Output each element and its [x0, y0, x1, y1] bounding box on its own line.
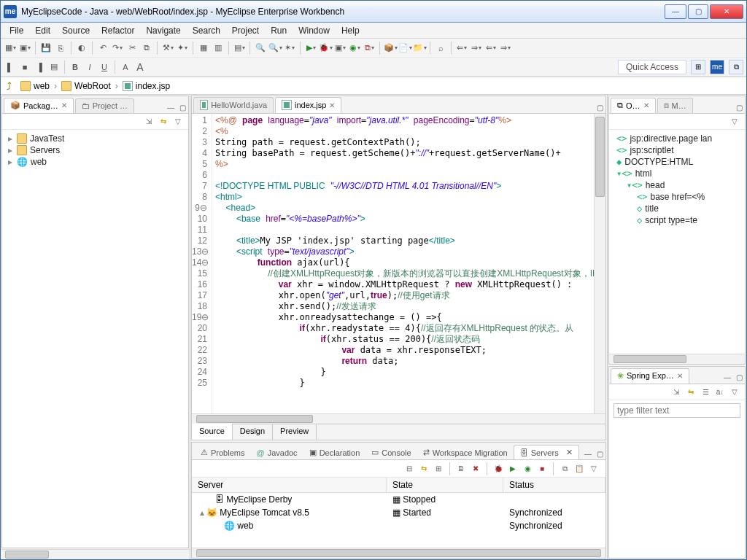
align-left-icon[interactable]: ▌: [4, 61, 17, 74]
twisty-icon[interactable]: ▸: [7, 145, 14, 155]
outline-item[interactable]: ▾<>html: [614, 168, 740, 179]
tab-minimap[interactable]: ⧈M…: [657, 98, 693, 113]
close-icon[interactable]: ✕: [643, 101, 649, 109]
tab-outline[interactable]: ⧉O…✕: [611, 98, 656, 113]
menu-edit[interactable]: Edit: [29, 24, 56, 37]
minimize-view-icon[interactable]: —: [582, 448, 594, 459]
minimize-view-icon[interactable]: —: [721, 372, 733, 384]
server-row[interactable]: 🗄 MyEclipse Derby ▦ Stopped: [192, 493, 605, 506]
editor-subtab-design[interactable]: Design: [233, 424, 273, 440]
back-button[interactable]: ⇐: [455, 42, 468, 55]
col-status[interactable]: Status: [503, 478, 605, 492]
close-icon[interactable]: ✕: [329, 101, 335, 109]
editor-hscrollbar[interactable]: [192, 413, 605, 424]
toggle-button[interactable]: ◐: [75, 42, 88, 55]
open-perspective-icon[interactable]: ⊞: [691, 60, 705, 74]
editor-tab-helloworld[interactable]: HelloWorld.java: [193, 97, 274, 113]
minimize-button[interactable]: —: [665, 4, 686, 19]
code-content[interactable]: <%@ page language="java" import="java.ut…: [212, 114, 594, 413]
open-type-button[interactable]: ⌕: [434, 42, 447, 55]
twisty-icon[interactable]: ▴: [198, 508, 206, 518]
view-menu-icon[interactable]: ▽: [588, 463, 600, 475]
outline-item[interactable]: <>jsp:scriptlet: [614, 144, 740, 156]
link-icon[interactable]: ⇆: [685, 386, 697, 397]
bold-button[interactable]: B: [69, 61, 82, 74]
grid-icon[interactable]: ▦: [197, 42, 210, 55]
maximize-view-icon[interactable]: ▢: [733, 372, 745, 384]
run-button[interactable]: ▶: [304, 42, 317, 55]
tree-item[interactable]: ▸🌐web: [7, 156, 184, 168]
redo-button[interactable]: ↷: [111, 42, 124, 55]
external-tools-button[interactable]: ⧉: [363, 42, 376, 55]
outline-item[interactable]: ▾<>head: [614, 179, 740, 191]
editor-vscrollbar[interactable]: [594, 114, 605, 413]
up-button[interactable]: ⇐: [484, 42, 498, 55]
code-editor[interactable]: 123456789⊖10111213⊖14⊖1516171819⊖2021222…: [192, 114, 605, 413]
bottom-scrollbar[interactable]: [192, 548, 605, 558]
maximize-editor-icon[interactable]: ▢: [594, 101, 605, 113]
package-tree[interactable]: ▸JavaTest ▸Servers ▸🌐web: [2, 130, 188, 548]
build-button[interactable]: ⚒: [161, 42, 174, 55]
outline-item[interactable]: ◇script type=te: [614, 214, 740, 226]
tab-javadoc[interactable]: @Javadoc: [250, 446, 303, 459]
down-button[interactable]: ⇒: [499, 42, 512, 55]
tab-declaration[interactable]: ▣Declaration: [303, 446, 366, 459]
menu-source[interactable]: Source: [56, 24, 96, 37]
coverage-button[interactable]: ▣: [333, 42, 347, 55]
profile-button[interactable]: ◉: [348, 42, 361, 55]
maximize-button[interactable]: ▢: [688, 4, 708, 19]
tool-button[interactable]: ✦: [176, 42, 189, 55]
view-menu-icon[interactable]: ▽: [172, 116, 184, 128]
menu-run[interactable]: Run: [265, 24, 293, 37]
crumb-web[interactable]: web: [20, 81, 50, 91]
left-scrollbar[interactable]: [1, 549, 190, 559]
quick-access[interactable]: Quick Access: [618, 60, 686, 74]
twisty-icon[interactable]: ▸: [7, 133, 14, 144]
publish-icon[interactable]: 🗎: [455, 463, 467, 475]
star-button[interactable]: ✶: [283, 42, 296, 55]
remove-icon[interactable]: ✖: [470, 463, 481, 475]
maximize-view-icon[interactable]: ▢: [594, 448, 605, 459]
tree-item[interactable]: ▸JavaTest: [7, 133, 184, 144]
outline-item[interactable]: <>base href=<%: [614, 191, 740, 203]
italic-button[interactable]: I: [83, 61, 96, 74]
stop-server-icon[interactable]: ■: [536, 463, 548, 475]
collapse-all-icon[interactable]: ⇲: [143, 116, 155, 128]
outline-tree[interactable]: <>jsp:directive.page lan<>jsp:scriptlet◆…: [609, 130, 745, 354]
col-state[interactable]: State: [387, 478, 503, 492]
new-class-button[interactable]: 📄: [398, 42, 411, 55]
nav-back-icon[interactable]: ⤴: [7, 80, 12, 92]
search-icon[interactable]: 🔍: [254, 42, 267, 55]
tab-project-explorer[interactable]: 🗀 Project …: [75, 98, 134, 113]
copy-icon[interactable]: ⧉: [559, 463, 570, 475]
close-icon[interactable]: ✕: [677, 372, 683, 380]
tab-spring-explorer[interactable]: ❀Spring Exp…✕: [611, 368, 689, 384]
close-icon[interactable]: ✕: [61, 101, 67, 109]
editor-tab-indexjsp[interactable]: index.jsp ✕: [275, 97, 341, 113]
twisty-icon[interactable]: ▸: [7, 157, 14, 167]
link-editor-icon[interactable]: ⇆: [158, 116, 169, 128]
crumb-webroot[interactable]: WebRoot: [61, 81, 111, 91]
align-right-icon[interactable]: ▐: [33, 61, 46, 74]
menu-search[interactable]: Search: [187, 24, 226, 37]
new-button[interactable]: ▦: [4, 42, 17, 55]
menu-project[interactable]: Project: [226, 24, 265, 37]
maximize-view-icon[interactable]: ▢: [733, 101, 745, 113]
small-a-icon[interactable]: A: [119, 61, 132, 74]
editor-subtab-preview[interactable]: Preview: [273, 424, 317, 440]
close-button[interactable]: ✕: [710, 4, 743, 19]
save-all-button[interactable]: ⎘: [54, 42, 67, 55]
align-center-icon[interactable]: ■: [18, 61, 31, 74]
tab-console[interactable]: ▭Console: [365, 446, 417, 459]
menu-file[interactable]: File: [4, 24, 29, 37]
forward-button[interactable]: ⇒: [470, 42, 483, 55]
grid2-icon[interactable]: ▥: [212, 42, 225, 55]
outline-scrollbar[interactable]: [609, 354, 745, 364]
justify-icon[interactable]: ▤: [47, 61, 61, 74]
collapse-icon[interactable]: ⊟: [403, 463, 415, 475]
perspective-button[interactable]: ▤: [233, 42, 246, 55]
undo-typing-button[interactable]: ↶: [96, 42, 109, 55]
cut-button[interactable]: ✂: [125, 42, 139, 55]
tab-workspace-migration[interactable]: ⇄Workspace Migration: [417, 446, 514, 459]
large-a-icon[interactable]: A: [133, 61, 147, 74]
